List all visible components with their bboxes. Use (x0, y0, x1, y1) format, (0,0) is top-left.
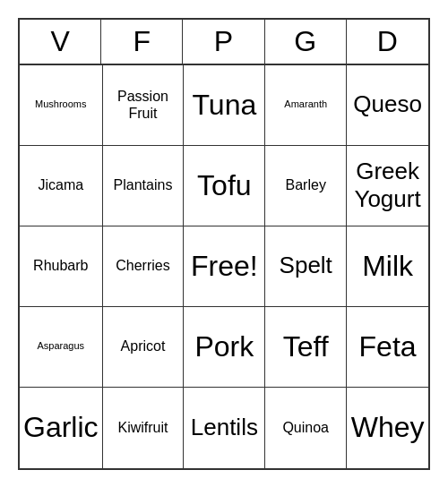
cell-text-7: Tofu (197, 168, 251, 202)
bingo-cell-15: Asparagus (20, 307, 103, 388)
bingo-cell-3: Amaranth (265, 65, 347, 146)
header-col-g: G (265, 20, 347, 64)
cell-text-24: Whey (351, 410, 425, 444)
cell-text-21: Kiwifruit (117, 419, 168, 436)
header-col-p: P (183, 20, 264, 64)
bingo-cell-13: Spelt (265, 226, 347, 307)
header-col-d: D (347, 20, 428, 64)
cell-text-11: Cherries (116, 257, 169, 274)
cell-text-18: Teff (283, 329, 329, 363)
bingo-cell-8: Barley (265, 146, 347, 226)
cell-text-17: Pork (194, 329, 254, 363)
bingo-cell-4: Queso (347, 65, 428, 146)
bingo-cell-2: Tuna (184, 65, 265, 146)
bingo-cell-7: Tofu (184, 146, 265, 226)
bingo-cell-10: Rhubarb (20, 226, 103, 307)
cell-text-6: Plantains (114, 176, 173, 193)
cell-text-23: Quinoa (282, 419, 329, 436)
bingo-cell-1: Passion Fruit (103, 65, 185, 146)
bingo-cell-18: Teff (265, 307, 347, 388)
bingo-cell-16: Apricot (103, 307, 185, 388)
cell-text-5: Jicama (38, 176, 83, 193)
bingo-cell-14: Milk (347, 226, 428, 307)
header-col-f: F (101, 20, 183, 64)
bingo-cell-17: Pork (184, 307, 265, 388)
bingo-header: VFPGD (20, 20, 428, 65)
cell-text-8: Barley (286, 176, 326, 193)
cell-text-0: Mushrooms (35, 98, 86, 110)
cell-text-2: Tuna (192, 88, 256, 122)
bingo-cell-9: Greek Yogurt (347, 146, 428, 226)
cell-text-10: Rhubarb (33, 257, 88, 274)
cell-text-15: Asparagus (37, 340, 84, 352)
cell-text-22: Lentils (191, 414, 258, 441)
cell-text-12: Free! (191, 249, 258, 283)
cell-text-19: Feta (359, 329, 417, 363)
bingo-cell-20: Garlic (20, 388, 103, 468)
bingo-cell-19: Feta (347, 307, 428, 388)
bingo-cell-24: Whey (347, 388, 428, 468)
bingo-cell-11: Cherries (103, 226, 185, 307)
bingo-cell-12: Free! (184, 226, 265, 307)
cell-text-16: Apricot (121, 337, 166, 355)
bingo-cell-21: Kiwifruit (103, 388, 185, 468)
cell-text-20: Garlic (23, 410, 99, 444)
bingo-cell-0: Mushrooms (20, 65, 103, 146)
cell-text-9: Greek Yogurt (350, 158, 425, 213)
bingo-cell-6: Plantains (103, 146, 185, 226)
cell-text-13: Spelt (280, 252, 332, 279)
bingo-cell-5: Jicama (20, 146, 103, 226)
bingo-grid: MushroomsPassion FruitTunaAmaranthQuesoJ… (20, 65, 428, 468)
bingo-cell-22: Lentils (184, 388, 265, 468)
bingo-card: VFPGD MushroomsPassion FruitTunaAmaranth… (18, 18, 430, 470)
cell-text-3: Amaranth (284, 98, 327, 110)
bingo-cell-23: Quinoa (265, 388, 347, 468)
cell-text-4: Queso (353, 90, 422, 118)
header-col-v: V (20, 20, 101, 64)
cell-text-14: Milk (362, 249, 413, 283)
cell-text-1: Passion Fruit (107, 88, 180, 122)
